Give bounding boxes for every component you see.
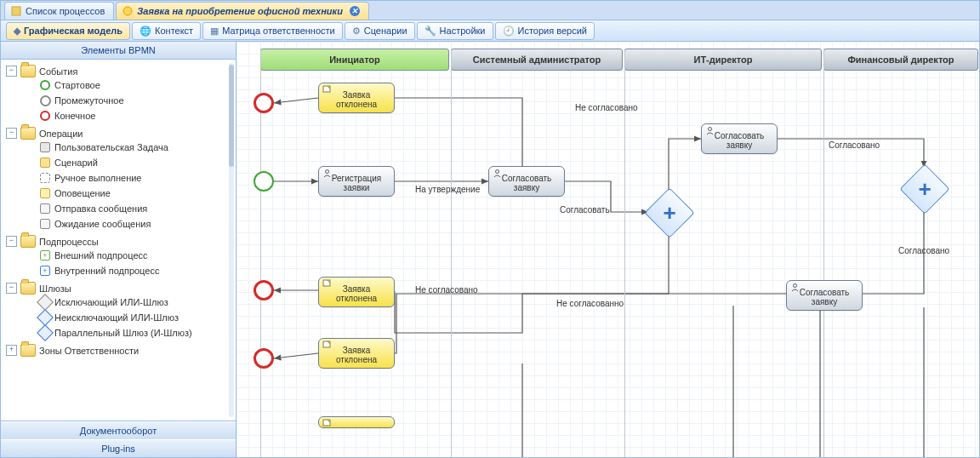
sub-tab-0[interactable]: ◆Графическая модель	[6, 22, 130, 40]
palette-item[interactable]: Неисключающий ИЛИ-Шлюз	[26, 312, 236, 323]
end-event[interactable]	[254, 348, 274, 369]
sidebar-section-0[interactable]: Документооборот	[1, 421, 236, 439]
toggle-icon[interactable]: −	[6, 66, 17, 77]
palette-icon	[39, 187, 51, 199]
user-task[interactable]: Согласовать заявку	[786, 280, 863, 311]
svg-point-6	[793, 283, 796, 287]
tree-group-0[interactable]: −События	[6, 65, 236, 77]
palette-item[interactable]: Стартовое	[26, 79, 236, 91]
tree-group-2[interactable]: −Подпроцессы	[6, 235, 236, 248]
tree-group-label: Операции	[39, 129, 83, 139]
sub-tab-4[interactable]: 🔧Настройки	[417, 22, 493, 40]
user-task[interactable]: Согласовать заявку	[701, 123, 778, 154]
palette-item-label: Сценарий	[54, 157, 98, 168]
palette-icon	[39, 249, 51, 261]
sidebar-section-1[interactable]: Plug-ins	[1, 439, 236, 457]
palette-item[interactable]: Внутренний подпроцесс	[26, 265, 236, 277]
svg-point-3	[325, 169, 328, 173]
toggle-icon[interactable]: −	[6, 283, 17, 294]
palette-item-label: Неисключающий ИЛИ-Шлюз	[54, 312, 179, 323]
palette-item-label: Отправка сообщения	[54, 203, 147, 214]
user-task[interactable]: Регистрация заявки	[318, 166, 395, 197]
toggle-icon[interactable]: −	[6, 236, 17, 247]
sidebar-scrollbar[interactable]	[229, 63, 234, 417]
user-icon	[322, 169, 332, 177]
user-task[interactable]: Согласовать заявку	[488, 166, 565, 197]
close-icon[interactable]: ✕	[350, 6, 360, 16]
sub-tab-5[interactable]: 🕘История версий	[495, 22, 595, 40]
start-event[interactable]	[254, 171, 274, 192]
folder-icon	[20, 235, 36, 248]
palette-icon	[39, 312, 51, 323]
diagram-canvas[interactable]: ИнициаторСистемный администраторИТ-дирек…	[236, 42, 979, 457]
palette-item[interactable]: Ожидание сообщения	[26, 218, 236, 230]
lane-header-0[interactable]: Инициатор	[260, 49, 449, 71]
sub-tab-2[interactable]: ▦Матрица ответственности	[202, 22, 343, 40]
palette-item[interactable]: Конечное	[26, 110, 236, 122]
palette-item-label: Пользовательская Задача	[54, 142, 168, 152]
script-task[interactable]: Заявка отклонена	[318, 83, 395, 113]
top-tab-0[interactable]: Список процессов	[4, 2, 114, 20]
sub-tab-label: Контекст	[155, 26, 193, 36]
end-event[interactable]	[254, 93, 274, 113]
palette-item[interactable]: Ручное выполнение	[26, 172, 236, 184]
palette-item-label: Оповещение	[54, 188, 111, 198]
sub-tab-label: Матрица ответственности	[222, 26, 335, 36]
palette-icon	[39, 157, 51, 169]
parallel-gateway[interactable]: +	[899, 163, 949, 214]
end-event[interactable]	[254, 280, 274, 301]
svg-rect-0	[12, 7, 20, 15]
wrench-icon: 🔧	[424, 26, 436, 37]
sub-tab-3[interactable]: ⚙Сценарии	[345, 22, 415, 40]
palette-item[interactable]: Внешний подпроцесс	[26, 249, 236, 261]
bpmn-palette-tree: −СобытияСтартовоеПромежуточноеКонечное−О…	[1, 63, 236, 358]
sidebar-footer: ДокументооборотPlug-ins	[1, 421, 236, 457]
tree-group-4[interactable]: +Зоны Ответственности	[6, 344, 236, 357]
top-tab-label: Список процессов	[26, 6, 105, 16]
matrix-icon: ▦	[210, 26, 219, 37]
palette-item[interactable]: Параллельный Шлюз (И-Шлюз)	[26, 327, 236, 339]
sub-tabs: ◆Графическая модель🌐Контекст▦Матрица отв…	[1, 20, 979, 42]
model-icon: ◆	[14, 26, 20, 37]
palette-item-label: Промежуточное	[54, 95, 124, 106]
task-label	[324, 421, 389, 424]
palette-item[interactable]: Исключающий ИЛИ-Шлюз	[26, 296, 236, 308]
plus-icon: +	[908, 172, 942, 206]
tree-group-1[interactable]: −Операции	[6, 127, 236, 140]
lane-header-1[interactable]: Системный администратор	[451, 49, 623, 71]
script-task[interactable]: Заявка отклонена	[318, 338, 395, 369]
top-tab-1[interactable]: Заявка на приобретение офисной техники✕	[116, 2, 369, 20]
palette-icon	[39, 79, 51, 91]
note-icon	[322, 341, 332, 349]
sidebar: Элементы BPMN −СобытияСтартовоеПромежуто…	[1, 42, 236, 457]
top-tabs: Список процессовЗаявка на приобретение о…	[1, 1, 979, 20]
sub-tab-1[interactable]: 🌐Контекст	[132, 22, 201, 40]
toggle-icon[interactable]: +	[6, 345, 17, 356]
svg-rect-2	[323, 86, 330, 92]
lane-header-3[interactable]: Финансовый директор	[823, 49, 978, 71]
folder-icon	[20, 282, 36, 295]
toggle-icon[interactable]: −	[6, 128, 17, 139]
palette-icon	[39, 172, 51, 184]
palette-item-label: Исключающий ИЛИ-Шлюз	[54, 297, 168, 307]
script-task[interactable]: Заявка отклонена	[318, 277, 395, 307]
lane-separator	[451, 49, 452, 457]
flow-label: Не согласовано	[575, 103, 638, 112]
palette-item[interactable]: Промежуточное	[26, 94, 236, 106]
palette-item[interactable]: Отправка сообщения	[26, 203, 236, 215]
task-label: Согласовать заявку	[494, 170, 559, 192]
tree-group-3[interactable]: −Шлюзы	[6, 282, 236, 295]
palette-item[interactable]: Пользовательская Задача	[26, 141, 236, 153]
palette-icon	[39, 218, 51, 230]
palette-item[interactable]: Сценарий	[26, 157, 236, 169]
parallel-gateway[interactable]: +	[644, 187, 694, 238]
palette-item[interactable]: Оповещение	[26, 187, 236, 199]
script-task[interactable]	[318, 416, 395, 428]
lane-header-2[interactable]: ИТ-директор	[624, 49, 822, 71]
note-icon	[322, 419, 332, 427]
palette-icon	[39, 296, 51, 308]
note-icon	[322, 85, 332, 94]
palette-item-label: Параллельный Шлюз (И-Шлюз)	[54, 328, 192, 338]
svg-point-4	[495, 169, 499, 173]
palette-item-label: Ручное выполнение	[54, 173, 141, 183]
